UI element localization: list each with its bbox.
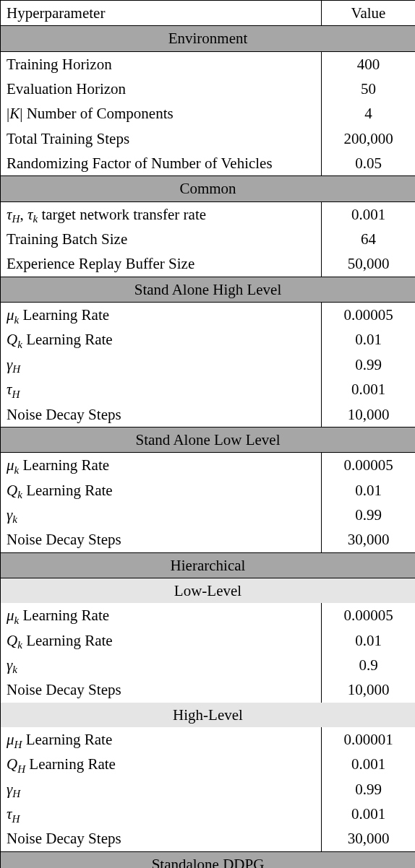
param-cell: τH — [1, 377, 322, 402]
param-cell: Qk Learning Rate — [1, 478, 322, 503]
param-cell: Qk Learning Rate — [1, 628, 322, 653]
value-cell: 0.99 — [322, 503, 416, 527]
param-cell: Evaluation Horizon — [1, 77, 322, 101]
param-cell: γk — [1, 653, 322, 677]
param-cell: γH — [1, 352, 322, 377]
section-header: Hierarchical — [1, 552, 416, 578]
col-header-value: Value — [322, 1, 416, 26]
value-cell: 0.99 — [322, 352, 416, 377]
param-cell: Total Training Steps — [1, 126, 322, 151]
param-cell: Training Batch Size — [1, 227, 322, 251]
col-header-param: Hyperparameter — [1, 1, 322, 26]
value-cell: 0.001 — [322, 752, 416, 776]
value-cell: 0.00005 — [322, 303, 416, 328]
param-cell: Experience Replay Buffer Size — [1, 251, 322, 277]
section-header: Environment — [1, 26, 416, 51]
value-cell: 64 — [322, 227, 416, 251]
param-cell: μk Learning Rate — [1, 453, 322, 478]
section-header: Standalone DDPG — [1, 851, 416, 868]
value-cell: 50 — [322, 77, 416, 101]
subsection-header: Low-Level — [1, 578, 416, 603]
param-cell: μk Learning Rate — [1, 303, 322, 328]
subsection-header: High-Level — [1, 703, 416, 727]
section-header: Stand Alone High Level — [1, 277, 416, 302]
param-cell: γH — [1, 777, 322, 802]
param-cell: Noise Decay Steps — [1, 402, 322, 428]
param-cell: τH, τk target network transfer rate — [1, 201, 322, 227]
value-cell: 4 — [322, 101, 416, 126]
value-cell: 0.001 — [322, 201, 416, 227]
value-cell: 0.01 — [322, 327, 416, 352]
param-cell: |K| Number of Components — [1, 101, 322, 126]
param-cell: Noise Decay Steps — [1, 677, 322, 702]
value-cell: 30,000 — [322, 826, 416, 851]
value-cell: 0.99 — [322, 777, 416, 802]
value-cell: 0.00005 — [322, 603, 416, 628]
section-header: Common — [1, 176, 416, 201]
param-cell: μH Learning Rate — [1, 727, 322, 752]
value-cell: 0.00005 — [322, 453, 416, 478]
param-cell: τH — [1, 802, 322, 826]
value-cell: 0.9 — [322, 653, 416, 677]
section-header: Stand Alone Low Level — [1, 427, 416, 452]
param-cell: Training Horizon — [1, 51, 322, 77]
value-cell: 400 — [322, 51, 416, 77]
value-cell: 200,000 — [322, 126, 416, 151]
value-cell: 10,000 — [322, 677, 416, 702]
value-cell: 30,000 — [322, 527, 416, 552]
param-cell: Qk Learning Rate — [1, 327, 322, 352]
value-cell: 0.001 — [322, 377, 416, 402]
value-cell: 0.00001 — [322, 727, 416, 752]
value-cell: 50,000 — [322, 251, 416, 277]
param-cell: γk — [1, 503, 322, 527]
value-cell: 0.05 — [322, 151, 416, 176]
param-cell: Noise Decay Steps — [1, 527, 322, 552]
param-cell: QH Learning Rate — [1, 752, 322, 776]
param-cell: μk Learning Rate — [1, 603, 322, 628]
value-cell: 0.001 — [322, 802, 416, 826]
value-cell: 0.01 — [322, 628, 416, 653]
param-cell: Noise Decay Steps — [1, 826, 322, 851]
hyperparameter-table: HyperparameterValueEnvironmentTraining H… — [0, 0, 415, 868]
param-cell: Randomizing Factor of Number of Vehicles — [1, 151, 322, 176]
value-cell: 0.01 — [322, 478, 416, 503]
value-cell: 10,000 — [322, 402, 416, 428]
